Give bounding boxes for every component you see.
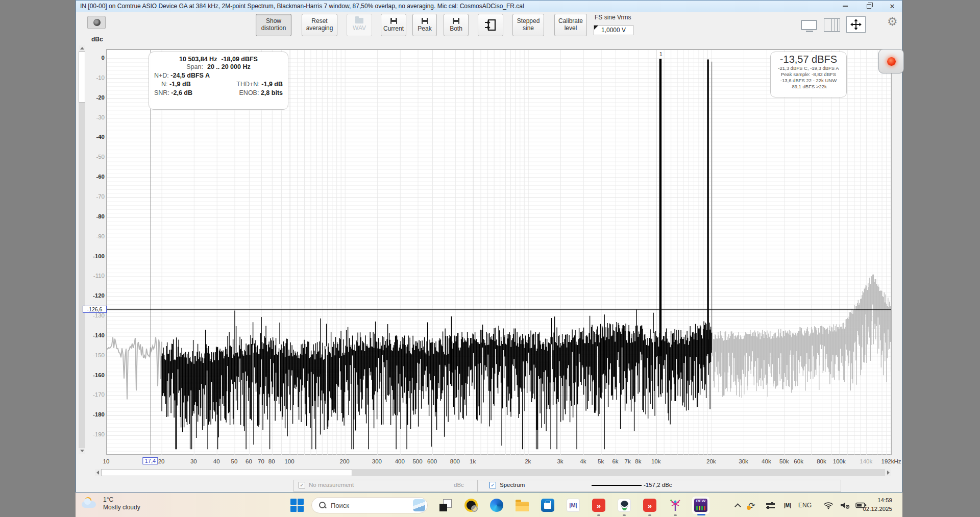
cursor-frequency-label[interactable]: 17,4: [143, 457, 158, 464]
y-tick-label: -80: [86, 213, 105, 219]
panels-icon[interactable]: [824, 18, 840, 32]
y-tick-label: -180: [86, 411, 105, 417]
m-analyzer-taskbar-button[interactable]: |M|: [565, 497, 582, 514]
trace-color-sample: [592, 485, 642, 486]
taskbar: 1°CMostly cloudy Поиск |M|»»REW ⟳|M|ENG …: [76, 493, 902, 517]
x-tick-label: 8k: [635, 458, 641, 464]
x-tick-label: 7k: [625, 458, 631, 464]
vertical-scrollbar[interactable]: [79, 45, 85, 454]
mixer-icon[interactable]: [764, 499, 777, 511]
y-axis-unit: dBc: [91, 36, 103, 43]
scroll-right-arrow[interactable]: [885, 469, 891, 476]
x-tick-label: 140k: [860, 458, 872, 464]
signal-analyzer-icon: [669, 499, 682, 512]
x-tick-label: 40k: [762, 458, 771, 464]
spectrum-label: Spectrum: [500, 482, 525, 488]
x-tick-label: 5k: [598, 458, 604, 464]
window-title: IN [00-00] on Comtrue ASIO Device GA at …: [76, 3, 524, 10]
x-tick-label: 300: [372, 458, 382, 464]
x-tick-label: 10k: [651, 458, 661, 464]
title-bar[interactable]: IN [00-00] on Comtrue ASIO Device GA at …: [76, 1, 902, 12]
spectrum-plot[interactable]: 1: [106, 49, 891, 455]
quicklook-taskbar-button[interactable]: [462, 497, 480, 514]
fs-sine-label: FS sine Vrms: [595, 14, 631, 21]
spectrum-checkbox[interactable]: ✓: [489, 482, 496, 488]
app-window: IN [00-00] on Comtrue ASIO Device GA at …: [76, 0, 902, 493]
chevron-up-icon[interactable]: [731, 499, 744, 511]
import-button[interactable]: [478, 14, 503, 36]
language-indicator[interactable]: ENG: [798, 499, 812, 511]
floppy-icon: [390, 18, 397, 24]
rew-taskbar-button[interactable]: REW: [692, 497, 709, 514]
floppy-icon: [422, 18, 428, 24]
red-arrows-app-2-taskbar-button[interactable]: »: [641, 497, 658, 514]
measurement-info-box: 10 503,84 Hz-18,09 dBFS Span:20 .. 20 00…: [149, 52, 288, 110]
red-arrows-app-icon: »: [592, 499, 605, 512]
no-measurement-checkbox[interactable]: ✓: [299, 482, 305, 488]
spectrum-floor-value: -157,2 dBc: [644, 482, 672, 488]
display-icon[interactable]: [801, 20, 817, 30]
red-arrows-app-taskbar-button[interactable]: »: [590, 497, 607, 514]
y-tick-label: -170: [86, 391, 105, 398]
ninja-app-icon: [618, 499, 631, 512]
x-tick-label: 6k: [612, 458, 618, 464]
toolbar: Show distortion Reset averaging WAV Curr…: [76, 12, 902, 39]
sync-icon[interactable]: ⟳: [745, 499, 758, 511]
save-current-button[interactable]: Current: [381, 14, 406, 36]
scroll-up-arrow[interactable]: [79, 45, 85, 51]
wav-button[interactable]: WAV: [347, 14, 372, 36]
y-tick-label: -30: [86, 114, 105, 120]
edge-browser-taskbar-button[interactable]: [488, 497, 505, 514]
scroll-down-arrow[interactable]: [79, 448, 85, 454]
y-tick-label: -70: [86, 193, 105, 200]
horizontal-scroll-thumb[interactable]: [101, 469, 352, 476]
scroll-left-arrow[interactable]: [95, 469, 101, 476]
taskbar-apps: |M|»»REW: [76, 493, 902, 517]
microsoft-store-taskbar-button[interactable]: [539, 497, 556, 514]
screenshot-camera-button[interactable]: [87, 16, 106, 29]
rew-icon: REW: [694, 499, 707, 512]
y-tick-label: -130: [86, 312, 105, 318]
level-marker-label[interactable]: -126,6: [83, 306, 107, 313]
m-tray-icon[interactable]: |M|: [781, 499, 794, 511]
x-tick-label: 10: [103, 458, 110, 464]
y-tick-label: -10: [86, 75, 105, 81]
stepped-sine-button[interactable]: Stepped sine: [512, 14, 544, 36]
horizontal-scrollbar[interactable]: [95, 469, 891, 476]
status-unit-label: dBc: [454, 482, 464, 488]
y-tick-label: -140: [86, 332, 105, 338]
settings-gear-icon[interactable]: ⚙: [887, 15, 898, 29]
m-analyzer-icon: |M|: [567, 499, 580, 512]
pan-zoom-button[interactable]: [846, 16, 866, 33]
x-tick-label: 20: [158, 458, 165, 464]
stacked-squares-taskbar-button[interactable]: [437, 497, 454, 514]
cursor-level-value: -18,09 dBFS: [221, 56, 258, 63]
vertical-scroll-thumb[interactable]: [79, 52, 85, 103]
minimize-button[interactable]: [841, 2, 850, 11]
move-arrows-icon: [850, 18, 862, 31]
reset-averaging-button[interactable]: Reset averaging: [302, 14, 337, 36]
volume-muted-icon[interactable]: [838, 499, 851, 511]
signal-analyzer-taskbar-button[interactable]: [667, 497, 684, 514]
y-tick-label: -110: [86, 273, 105, 279]
y-tick-label: -20: [86, 94, 105, 101]
taskbar-clock[interactable]: 14:59 02.12.2025: [856, 496, 892, 513]
record-button[interactable]: [878, 49, 904, 73]
fs-sine-input[interactable]: 1,0000 V: [594, 25, 633, 35]
save-peak-button[interactable]: Peak: [412, 14, 437, 36]
calibrate-level-button[interactable]: Calibrate level: [554, 14, 587, 36]
ninja-app-taskbar-button[interactable]: [616, 497, 633, 514]
y-tick-label: -150: [86, 352, 105, 358]
quicklook-icon: [464, 499, 478, 512]
maximize-button[interactable]: [864, 2, 873, 11]
close-button[interactable]: ✕: [888, 2, 897, 11]
save-both-button[interactable]: Both: [444, 14, 469, 36]
no-measurement-label: No measurement: [309, 482, 354, 488]
show-distortion-button[interactable]: Show distortion: [256, 14, 291, 36]
file-explorer-taskbar-button[interactable]: [513, 497, 531, 514]
red-arrows-app-2-icon: »: [643, 499, 656, 512]
wifi-icon[interactable]: [822, 499, 835, 511]
x-tick-label: 30k: [739, 458, 748, 464]
y-tick-label: -160: [86, 372, 105, 378]
x-tick-label: 80: [268, 458, 275, 464]
